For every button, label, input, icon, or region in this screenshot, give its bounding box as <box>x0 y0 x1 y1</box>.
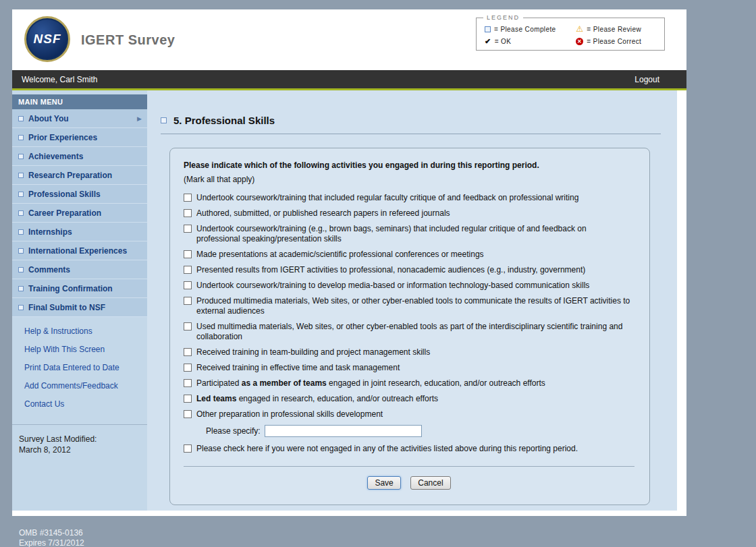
checkbox[interactable] <box>184 395 192 403</box>
checkbox-label: Please check here if you were not engage… <box>196 444 578 454</box>
logout-link[interactable]: Logout <box>634 75 659 84</box>
checkbox-label: Presented results from IGERT activities … <box>196 265 585 275</box>
checkbox-label: Made presentations at academic/scientifi… <box>196 250 484 260</box>
sidebar-item-comments[interactable]: Comments <box>12 260 147 279</box>
please-complete-icon <box>18 248 24 254</box>
checkbox-item: Led teams engaged in research, education… <box>184 394 634 404</box>
sidebar-item-label: International Experiences <box>28 246 142 256</box>
panel-instructions: Please indicate which of the following a… <box>184 161 634 170</box>
checkbox[interactable] <box>184 297 192 305</box>
checkbox-item: Received training in team-building and p… <box>184 347 634 357</box>
checkbox-item: Undertook coursework/training to develop… <box>184 281 634 291</box>
please-complete-icon <box>18 210 24 216</box>
main-menu-header: MAIN MENU <box>12 94 147 109</box>
sidebar-item-international-experiences[interactable]: International Experiences <box>12 241 147 260</box>
sidebar-item-internships[interactable]: Internships <box>12 223 147 241</box>
welcome-text: Welcome, Carl Smith <box>22 75 97 84</box>
checkbox[interactable] <box>184 410 192 418</box>
sidebar-item-research-preparation[interactable]: Research Preparation <box>12 166 147 185</box>
legend-item-correct: ✕ = Please Correct <box>576 38 659 45</box>
section-header: 5. Professional Skills <box>161 115 661 126</box>
checkbox[interactable] <box>184 225 192 233</box>
checkbox[interactable] <box>184 322 192 330</box>
please-complete-icon <box>18 305 24 310</box>
checkbox-item: Presented results from IGERT activities … <box>184 265 634 275</box>
top-bar: Welcome, Carl Smith Logout <box>12 70 686 88</box>
error-icon: ✕ <box>576 38 583 45</box>
sidebar-item-label: Career Preparation <box>28 208 142 218</box>
sidebar-item-professional-skills[interactable]: Professional Skills <box>12 185 147 204</box>
checkbox[interactable] <box>184 364 192 372</box>
checkbox-item: Other preparation in professional skills… <box>184 409 634 420</box>
checkbox[interactable] <box>184 379 192 387</box>
section-divider <box>161 134 661 134</box>
checkbox-list: Undertook coursework/training that inclu… <box>184 193 634 420</box>
sidebar-item-label: Professional Skills <box>28 190 142 199</box>
please-complete-icon <box>18 173 24 178</box>
sidebar-item-label: About You <box>28 114 137 123</box>
checkbox-item-not-engaged: Please check here if you were not engage… <box>184 444 634 454</box>
legend-title: LEGEND <box>483 14 523 21</box>
last-modified-label: Survey Last Modified: <box>19 434 140 444</box>
checkbox-label: Produced multimedia materials, Web sites… <box>196 296 632 316</box>
main-content: 5. Professional Skills Please indicate w… <box>147 90 677 511</box>
checkbox[interactable] <box>184 250 192 258</box>
please-complete-icon <box>18 229 24 235</box>
omb-expires: Expires 7/31/2012 <box>19 538 84 547</box>
sidebar-link-print-data[interactable]: Print Data Entered to Date <box>24 363 147 372</box>
checkbox[interactable] <box>184 444 192 453</box>
panel-note: (Mark all that apply) <box>184 175 634 184</box>
sidebar-link-add-comments[interactable]: Add Comments/Feedback <box>24 381 147 391</box>
sidebar-item-label: Achievements <box>28 152 142 161</box>
checkbox-label: Undertook coursework/training to develop… <box>196 281 589 291</box>
checkbox-item: Used multimedia materials, Web sites, or… <box>184 322 634 342</box>
legend-complete-text: = Please Complete <box>494 26 556 33</box>
sidebar-item-label: Internships <box>28 227 142 237</box>
checkbox[interactable] <box>184 194 192 202</box>
legend-item-ok: ✔ = OK <box>485 38 576 45</box>
please-complete-icon <box>161 117 167 123</box>
checkbox-label: Other preparation in professional skills… <box>196 409 383 420</box>
page-title: 5. Professional Skills <box>173 115 275 126</box>
checkbox[interactable] <box>184 266 192 274</box>
please-specify-input[interactable] <box>265 425 422 437</box>
sidebar-item-label: Training Confirmation <box>28 284 142 293</box>
survey-last-modified: Survey Last Modified: March 8, 2012 <box>12 425 147 455</box>
sidebar-item-career-preparation[interactable]: Career Preparation <box>12 204 147 223</box>
legend-correct-text: = Please Correct <box>587 38 641 45</box>
please-complete-icon <box>485 26 491 32</box>
checkbox-label: Undertook coursework/training that inclu… <box>196 193 578 203</box>
sidebar-item-final-submit[interactable]: Final Submit to NSF <box>12 298 147 317</box>
sidebar-item-achievements[interactable]: Achievements <box>12 147 147 166</box>
checkbox[interactable] <box>184 209 192 217</box>
sidebar-item-training-confirmation[interactable]: Training Confirmation <box>12 279 147 298</box>
sidebar-item-label: Prior Experiences <box>28 133 142 142</box>
checkbox-item: Undertook coursework/training that inclu… <box>184 193 634 203</box>
checkbox-label: Authored, submitted, or published resear… <box>196 208 450 219</box>
checkbox-label: Used multimedia materials, Web sites, or… <box>196 322 632 342</box>
legend-item-complete: = Please Complete <box>485 26 576 33</box>
checkbox-item: Undertook coursework/training (e.g., bro… <box>184 224 634 244</box>
checkbox-label: Undertook coursework/training (e.g., bro… <box>196 224 632 244</box>
omb-number: OMB #3145-0136 <box>19 528 84 538</box>
sidebar-item-about-you[interactable]: About You ▶ <box>12 109 147 128</box>
sidebar-link-help-with-screen[interactable]: Help With This Screen <box>24 345 147 354</box>
checkbox[interactable] <box>184 348 192 356</box>
legend-ok-text: = OK <box>495 38 512 45</box>
please-specify-label: Please specify: <box>206 426 261 436</box>
save-button[interactable]: Save <box>367 476 400 490</box>
sidebar-item-prior-experiences[interactable]: Prior Experiences <box>12 128 147 147</box>
legend-item-review: ⚠ = Please Review <box>576 26 659 33</box>
sidebar-item-label: Final Submit to NSF <box>28 303 142 312</box>
last-modified-date: March 8, 2012 <box>19 444 140 455</box>
cancel-button[interactable]: Cancel <box>410 476 450 490</box>
sidebar-link-contact-us[interactable]: Contact Us <box>24 399 147 409</box>
sidebar-link-help-instructions[interactable]: Help & Instructions <box>24 326 147 336</box>
checkbox-item: Made presentations at academic/scientifi… <box>184 250 634 260</box>
checkbox-label: Received training in team-building and p… <box>196 347 430 357</box>
footer: OMB #3145-0136 Expires 7/31/2012 <box>19 528 84 547</box>
please-complete-icon <box>18 135 24 140</box>
button-row: Save Cancel <box>184 476 634 498</box>
sidebar-item-label: Comments <box>28 265 142 275</box>
checkbox[interactable] <box>184 281 192 289</box>
